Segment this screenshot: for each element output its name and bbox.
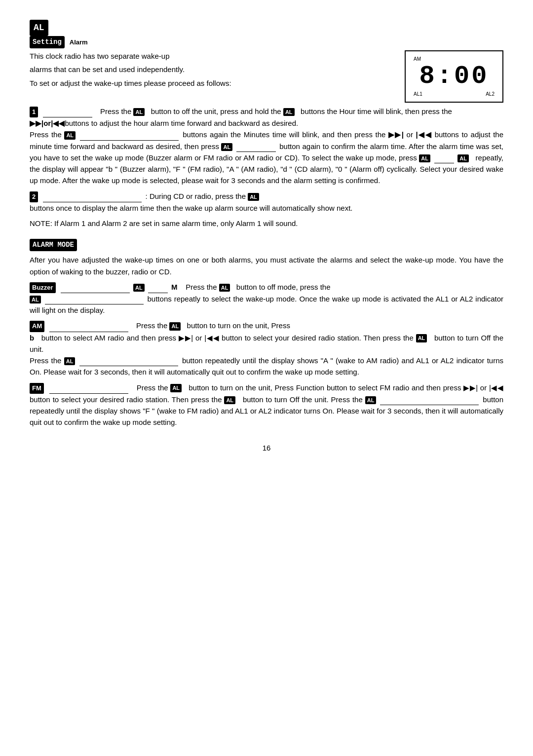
fm-block: FM Press the AL button to turn on the un… (30, 382, 503, 428)
fm-underline (49, 393, 128, 394)
step1-underline4 (434, 163, 454, 163)
al-button-5[interactable]: AL (419, 154, 430, 162)
fwd-icon: ▶▶| (388, 130, 404, 139)
alarm-icon: AL (30, 20, 48, 36)
b-button: b (30, 334, 34, 342)
buzzer-underline3 (45, 304, 144, 304)
buzzer-label: Buzzer (30, 282, 56, 293)
al-button-am2[interactable]: AL (416, 334, 427, 342)
am-underline2 (79, 366, 178, 366)
section-header-icons: AL (30, 20, 503, 36)
m-text: M (171, 283, 178, 291)
al-button-am1[interactable]: AL (169, 322, 181, 330)
fm-underline2 (380, 405, 479, 405)
note-text: NOTE: If Alarm 1 and Alarm 2 are set in … (30, 218, 503, 229)
fm-label: FM (30, 383, 44, 394)
al-button-6[interactable]: AL (457, 154, 469, 162)
al-button-3[interactable]: AL (64, 131, 76, 139)
page-number: 16 (30, 443, 503, 454)
bk-icon: |◀◀ (416, 130, 432, 139)
alarm-mode-icons: ALARM MODE (30, 239, 503, 251)
al-button-b1[interactable]: AL (133, 284, 145, 292)
al-button-am3[interactable]: AL (64, 357, 76, 365)
al-button-fm1[interactable]: AL (170, 384, 182, 392)
al-button-7[interactable]: AL (248, 193, 259, 201)
section2-header: ALARM MODE (30, 239, 503, 251)
clock-al2: AL2 (486, 90, 495, 98)
intro-area: This clock radio has two separate wake-u… (30, 50, 503, 103)
clock-al1: AL1 (414, 90, 422, 98)
setting-alarm-icon: Setting (30, 36, 65, 48)
page-content: AL Setting Alarm This clock radio has tw… (30, 20, 503, 454)
am-block: AM Press the AL button to turn on the un… (30, 320, 503, 378)
intro-line1: This clock radio has two separate wake-u… (30, 50, 395, 62)
section2-intro: After you have adjusted the wake-up time… (30, 254, 503, 277)
al-button-1[interactable]: AL (133, 108, 145, 116)
al-button-b3[interactable]: AL (30, 296, 41, 303)
am-label: AM (30, 321, 44, 332)
am-underline (49, 332, 128, 332)
al-button-fm3[interactable]: AL (365, 396, 377, 404)
clock-time: 8:00 (414, 64, 495, 89)
buzzer-underline (61, 293, 130, 293)
al-button-fm2[interactable]: AL (224, 396, 235, 404)
buzzer-block: Buzzer AL M Press the AL button to off m… (30, 281, 503, 316)
clock-display: AM 8:00 AL1 AL2 (405, 50, 503, 103)
intro-text: This clock radio has two separate wake-u… (30, 50, 395, 91)
section-subheader: Setting Alarm (30, 36, 503, 48)
alarm-mode-icon: ALARM MODE (30, 239, 77, 251)
step1-underline3 (236, 151, 276, 152)
intro-line2: alarms that can be set and used independ… (30, 64, 395, 75)
intro-line3: To set or adjust the wake-up times pleas… (30, 77, 395, 89)
step1-block: 1 Press the AL button to off the unit, p… (30, 106, 503, 187)
al-button-b2[interactable]: AL (219, 284, 230, 292)
clock-bottom-labels: AL1 AL2 (414, 90, 495, 98)
step1-underline2 (80, 140, 179, 141)
al-button-2[interactable]: AL (283, 108, 295, 116)
step1-underline (43, 117, 92, 117)
buzzer-underline2 (148, 293, 168, 293)
fwd-bk-text: ▶▶|or|◀◀ (30, 119, 65, 127)
step2-number: 2 (30, 191, 38, 202)
step1-number: 1 (30, 107, 38, 117)
step2-underline (43, 202, 142, 202)
al-button-4[interactable]: AL (221, 143, 232, 151)
section-subtitle-text: Alarm (70, 38, 88, 47)
step2-block: 2 : During CD or radio, press the AL but… (30, 190, 503, 214)
